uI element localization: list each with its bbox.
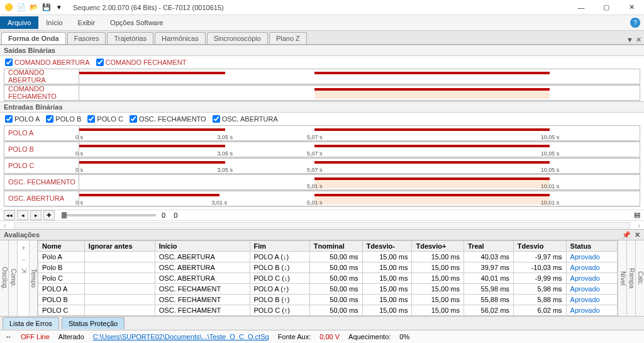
vtab-nivel[interactable]: Nível [618, 240, 626, 316]
open-icon[interactable]: 📂 [29, 3, 39, 13]
table-row[interactable]: POLO AOSC. FECHAMENTPOLO A (↑)50,00 ms15… [38, 284, 618, 295]
close-panel-icon[interactable]: ✕ [636, 36, 641, 44]
expand-row-icon[interactable]: ⇲ [21, 267, 26, 275]
vtab-rampa[interactable]: Rampa [626, 240, 635, 316]
tool-step-back[interactable]: ◂ [17, 210, 28, 220]
track-comando-abertura: COMANDO ABERTURA [4, 69, 640, 85]
view-tabs: Forma de Onda Fasores Trajetórias Harmôn… [0, 31, 644, 44]
save-icon[interactable]: 💾 [42, 3, 52, 13]
vtab-calc[interactable]: Calc. [635, 240, 644, 316]
tab-harmonicas[interactable]: Harmônicas [155, 32, 206, 44]
status-aquec-label: Aquecimento: [348, 333, 391, 340]
h-scrollbar[interactable]: ‹› [0, 221, 644, 230]
track-osc-abertura: OSC. ABERTURA 0 s 3,01 s 5,01 s 10,01 s [4, 191, 640, 207]
table-row[interactable]: Polo BOSC. ABERTURAPOLO B (↓)50,00 ms15,… [38, 262, 618, 273]
saidas-header: Saídas Binárias [0, 45, 644, 56]
tab-trajetorias[interactable]: Trajetórias [107, 32, 153, 44]
quick-access-toolbar: 🟡 📄 📂 💾 ▾ [0, 3, 68, 13]
tab-planoz[interactable]: Plano Z [269, 32, 307, 44]
table-row[interactable]: Polo AOSC. ABERTURAPOLO A (↓)50,00 ms15,… [38, 252, 618, 262]
status-fonte-value: 0,00 V [319, 333, 340, 340]
dropdown-icon[interactable]: ▾ [54, 3, 64, 13]
remove-row-icon[interactable]: － [20, 255, 27, 264]
chk-osc-fechamento[interactable]: OSC. FECHAMENTO [130, 115, 206, 123]
chk-comando-abertura[interactable]: COMANDO ABERTURA [5, 59, 90, 66]
entradas-panel: Entradas Binárias POLO A POLO B POLO C O… [0, 101, 644, 207]
entradas-header: Entradas Binárias [0, 101, 644, 113]
vtab-comp[interactable]: Comp. [9, 240, 18, 316]
track-polo-b: POLO B 0 s 3,05 s 5,07 s 10,05 s [4, 142, 640, 158]
tab-sincronoscopio[interactable]: Sincronoscópio [207, 32, 268, 44]
window-title: Sequenc 2.00.070 (64 Bits) - CE-7012 (00… [68, 4, 569, 11]
table-row[interactable]: Polo COSC. ABERTURAPOLO C (↓)50,00 ms15,… [38, 273, 618, 284]
avaliacoes-body: Oscilog. Comp. ＋ － ⇲ Tempo NomeIgnorar a… [0, 240, 644, 316]
menu-bar: Arquivo Início Exibir Opções Software ? [0, 15, 644, 31]
aval-close-icon[interactable]: ✕ [635, 231, 640, 239]
ruler-a: 0 [162, 211, 165, 219]
tab-fasores[interactable]: Fasores [67, 32, 106, 44]
bottom-tabs: Lista de Erros Status Proteção [0, 316, 644, 329]
sync-icon[interactable]: ↔ [5, 333, 12, 340]
track-osc-fechamento: OSC. FECHAMENTO 5,01 s 10,01 s [4, 174, 640, 191]
chk-polo-a[interactable]: POLO A [5, 115, 40, 123]
wave-toolbar: ◂◂ ◂ ▸ ✚ 0 0 ▤ [0, 210, 644, 221]
aval-pin-icon[interactable]: 📌 [622, 231, 631, 239]
track-polo-c: POLO C 0 s 3,05 s 5,07 s 10,05 s [4, 158, 640, 174]
close-button[interactable]: ✕ [619, 0, 644, 15]
menu-arquivo[interactable]: Arquivo [0, 16, 38, 29]
tab-status-protecao[interactable]: Status Proteção [62, 317, 125, 329]
tool-marker[interactable]: ✚ [43, 210, 55, 220]
status-offline: OFF Line [21, 333, 50, 340]
new-icon[interactable]: 📄 [16, 3, 26, 13]
vtab-tempo[interactable]: Tempo [29, 240, 38, 316]
avaliacoes-table: NomeIgnorar antesInícioFim TnominalTdesv… [38, 240, 618, 316]
status-filepath[interactable]: C:\Users\SUPORTE02\Documents\...\Teste_O… [93, 333, 269, 340]
table-row[interactable]: POLO COSC. FECHAMENTPOLO C (↑)50,00 ms15… [38, 305, 618, 316]
title-bar: 🟡 📄 📂 💾 ▾ Sequenc 2.00.070 (64 Bits) - C… [0, 0, 644, 15]
avaliacoes-header: Avaliações 📌✕ [0, 229, 644, 240]
chk-polo-c[interactable]: POLO C [87, 115, 123, 123]
vtab-oscilog[interactable]: Oscilog. [0, 240, 9, 316]
maximize-button[interactable]: ▢ [594, 0, 619, 15]
saidas-panel: Saídas Binárias COMANDO ABERTURA COMANDO… [0, 45, 644, 101]
status-fonte-label: Fonte Aux: [278, 333, 311, 340]
help-icon[interactable]: ? [630, 18, 640, 28]
table-row[interactable]: POLO BOSC. FECHAMENTPOLO B (↑)50,00 ms15… [38, 295, 618, 305]
status-bar: ↔ OFF Line Alterado C:\Users\SUPORTE02\D… [0, 330, 644, 343]
minimize-button[interactable]: — [569, 0, 594, 15]
menu-opcoes[interactable]: Opções Software [103, 16, 170, 29]
chk-osc-abertura[interactable]: OSC. ABERTURA [213, 115, 278, 123]
expand-icon[interactable]: ▤ [634, 211, 640, 219]
menu-inicio[interactable]: Início [38, 16, 70, 29]
menu-exibir[interactable]: Exibir [70, 16, 103, 29]
avaliacoes-table-wrap[interactable]: NomeIgnorar antesInícioFim TnominalTdesv… [38, 240, 618, 316]
tool-step-fwd[interactable]: ▸ [30, 210, 42, 220]
pin-icon[interactable]: ▼ [626, 36, 633, 43]
chk-comando-fechamento[interactable]: COMANDO FECHAMENT [96, 59, 187, 66]
tool-prev[interactable]: ◂◂ [4, 210, 15, 220]
track-comando-fechamento: COMANDO FECHAMENTO [4, 85, 640, 101]
ruler-b: 0 [174, 211, 177, 219]
app-icon: 🟡 [4, 3, 14, 13]
status-alterado: Alterado [58, 333, 84, 340]
zoom-slider[interactable] [62, 214, 156, 216]
add-row-icon[interactable]: ＋ [20, 243, 27, 252]
status-aquec-value: 0% [399, 333, 409, 340]
tab-forma-onda[interactable]: Forma de Onda [1, 32, 66, 44]
track-polo-a: POLO A 0 s 3,05 s 5,07 s 10,05 s [4, 125, 640, 142]
chk-polo-b[interactable]: POLO B [46, 115, 81, 123]
tab-lista-erros[interactable]: Lista de Erros [3, 317, 59, 329]
aval-add-remove: ＋ － ⇲ [18, 240, 29, 316]
